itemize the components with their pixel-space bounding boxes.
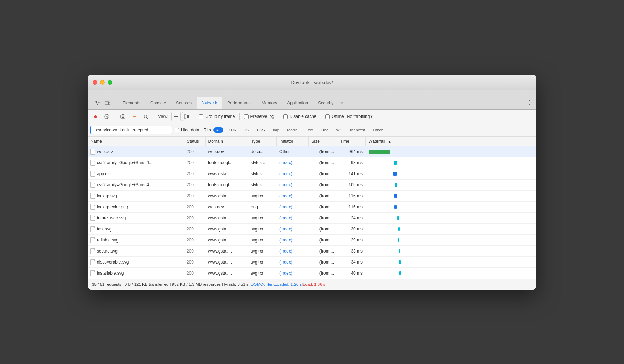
- svg-rect-8: [174, 115, 178, 115]
- tab-sources[interactable]: Sources: [171, 97, 197, 109]
- cell-name: fast.svg: [88, 223, 184, 234]
- cell-initiator[interactable]: (index): [276, 223, 308, 234]
- filter-chip-ws[interactable]: WS: [333, 127, 345, 133]
- cell-time: 116 ms: [337, 201, 365, 212]
- th-domain[interactable]: Domain: [205, 137, 248, 146]
- devtools-window: DevTools - web.dev/ Elements Console So: [88, 75, 536, 290]
- table-row[interactable]: web.dev 200 web.dev docu... Other (from …: [88, 146, 536, 157]
- table-row[interactable]: css?family=Google+Sans:4... 200 fonts.go…: [88, 157, 536, 168]
- filter-chip-js[interactable]: JS: [241, 127, 252, 133]
- table-row[interactable]: css?family=Google+Sans:4... 200 fonts.go…: [88, 179, 536, 190]
- filter-chip-other[interactable]: Other: [370, 127, 386, 133]
- list-view-button[interactable]: [171, 112, 181, 121]
- filter-chip-all[interactable]: All: [213, 127, 223, 133]
- table-row[interactable]: lockup-color.png 200 web.dev png (index)…: [88, 201, 536, 212]
- th-size[interactable]: Size: [308, 137, 337, 146]
- maximize-button[interactable]: [108, 80, 112, 85]
- th-waterfall[interactable]: Waterfall ▲: [365, 137, 536, 146]
- cell-initiator[interactable]: (index): [276, 157, 308, 168]
- initiator-link[interactable]: (index): [279, 238, 292, 243]
- minimize-button[interactable]: [100, 80, 105, 85]
- file-icon: [90, 149, 95, 155]
- more-tabs-button[interactable]: »: [338, 97, 345, 109]
- cell-initiator[interactable]: (index): [276, 245, 308, 256]
- tree-view-button[interactable]: [182, 112, 191, 121]
- th-time[interactable]: Time: [337, 137, 365, 146]
- table-row[interactable]: future_web.svg 200 www.gstati... svg+xml…: [88, 212, 536, 223]
- clear-button[interactable]: [102, 111, 112, 121]
- filter-input[interactable]: [90, 126, 172, 134]
- preserve-log-checkbox[interactable]: [244, 114, 249, 119]
- initiator-link[interactable]: (index): [279, 260, 292, 265]
- table-row[interactable]: reliable.svg 200 www.gstati... svg+xml (…: [88, 234, 536, 245]
- capture-screenshot-button[interactable]: [118, 111, 128, 121]
- inspector-icon[interactable]: [93, 99, 102, 107]
- close-button[interactable]: [93, 80, 97, 85]
- device-toggle-icon[interactable]: [103, 99, 112, 107]
- filter-chip-img[interactable]: Img: [270, 127, 282, 133]
- tab-console[interactable]: Console: [145, 97, 171, 109]
- cell-time: 30 ms: [337, 223, 365, 234]
- toolbar-separator-6: [321, 113, 321, 120]
- initiator-link[interactable]: (index): [279, 204, 292, 209]
- group-by-frame-checkbox[interactable]: [199, 114, 203, 119]
- cell-initiator[interactable]: (index): [276, 234, 308, 245]
- th-name[interactable]: Name: [88, 137, 184, 146]
- filter-chip-doc[interactable]: Doc: [318, 127, 331, 133]
- search-button[interactable]: [141, 111, 151, 121]
- cell-status: 200: [184, 146, 205, 157]
- tab-security[interactable]: Security: [313, 97, 338, 109]
- th-initiator[interactable]: Initiator: [276, 137, 308, 146]
- table-row[interactable]: installable.svg 200 www.gstati... svg+xm…: [88, 267, 536, 279]
- initiator-link[interactable]: (index): [279, 193, 292, 198]
- filter-chip-xhr[interactable]: XHR: [225, 127, 239, 133]
- svg-line-7: [146, 117, 148, 119]
- cell-initiator[interactable]: (index): [276, 179, 308, 190]
- filter-chip-manifest[interactable]: Manifest: [347, 127, 368, 133]
- table-row[interactable]: discoverable.svg 200 www.gstati... svg+x…: [88, 256, 536, 267]
- table-row[interactable]: secure.svg 200 www.gstati... svg+xml (in…: [88, 245, 536, 256]
- offline-checkbox[interactable]: [325, 114, 330, 119]
- hide-data-urls-checkbox[interactable]: [175, 128, 179, 132]
- th-type[interactable]: Type: [248, 137, 276, 146]
- cell-initiator[interactable]: (index): [276, 212, 308, 223]
- preserve-log-label: Preserve log: [250, 114, 274, 119]
- waterfall-bar-container: [368, 159, 534, 166]
- cell-initiator[interactable]: (index): [276, 168, 308, 179]
- cell-status: 200: [184, 267, 205, 279]
- cell-status: 200: [184, 212, 205, 223]
- table-row[interactable]: app.css 200 www.gstati... styles... (ind…: [88, 168, 536, 179]
- tab-application[interactable]: Application: [282, 97, 313, 109]
- file-icon: [90, 270, 95, 276]
- filter-button[interactable]: [129, 111, 139, 121]
- table-row[interactable]: lockup.svg 200 www.gstati... svg+xml (in…: [88, 190, 536, 201]
- initiator-link[interactable]: (index): [279, 171, 292, 176]
- disable-cache-checkbox[interactable]: [283, 114, 288, 119]
- tab-network[interactable]: Network: [197, 97, 222, 109]
- svg-rect-10: [174, 118, 178, 118]
- resource-name: css?family=Google+Sans:4...: [97, 182, 152, 187]
- cell-initiator[interactable]: (index): [276, 267, 308, 279]
- initiator-link[interactable]: (index): [279, 182, 292, 187]
- initiator-link[interactable]: (index): [279, 215, 292, 220]
- cell-status: 200: [184, 201, 205, 212]
- filter-chip-media[interactable]: Media: [284, 127, 301, 133]
- cell-initiator[interactable]: (index): [276, 256, 308, 267]
- initiator-link[interactable]: (index): [279, 249, 292, 254]
- initiator-link[interactable]: (index): [279, 227, 292, 232]
- devtools-menu-button[interactable]: ⋮: [525, 97, 534, 109]
- filter-chip-css[interactable]: CSS: [254, 127, 268, 133]
- throttle-select[interactable]: No throttling ▾: [347, 114, 373, 119]
- cell-initiator[interactable]: (index): [276, 190, 308, 201]
- record-button[interactable]: ●: [90, 111, 100, 121]
- table-row[interactable]: fast.svg 200 www.gstati... svg+xml (inde…: [88, 223, 536, 234]
- initiator-link[interactable]: (index): [279, 160, 292, 165]
- filter-chip-font[interactable]: Font: [303, 127, 316, 133]
- initiator-link[interactable]: (index): [279, 271, 292, 276]
- cell-name: secure.svg: [88, 245, 184, 256]
- tab-elements[interactable]: Elements: [118, 97, 145, 109]
- tab-memory[interactable]: Memory: [257, 97, 282, 109]
- cell-initiator[interactable]: (index): [276, 201, 308, 212]
- th-status[interactable]: Status: [184, 137, 205, 146]
- tab-performance[interactable]: Performance: [222, 97, 257, 109]
